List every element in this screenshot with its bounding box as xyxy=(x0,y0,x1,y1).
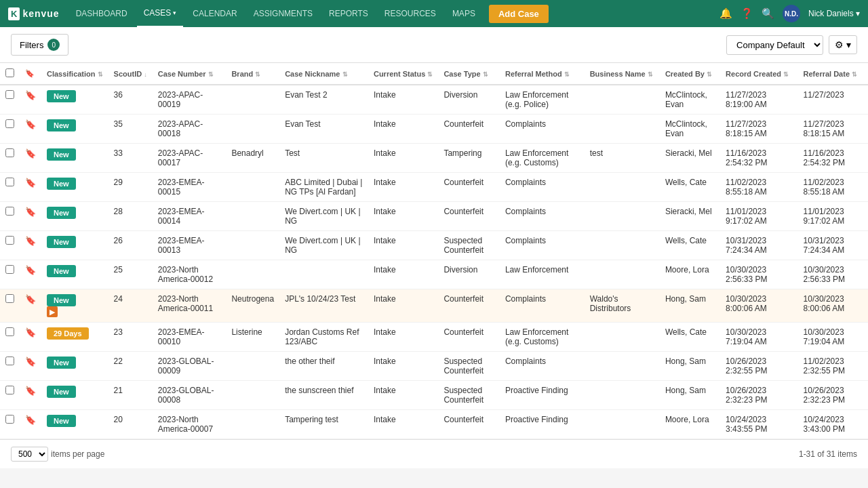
row-bookmark-cell: 🔖 xyxy=(20,352,41,381)
nav-maps[interactable]: MAPS xyxy=(446,0,482,27)
row-created-by: Hong, Sam xyxy=(660,352,720,381)
nav-dashboard[interactable]: DASHBOARD xyxy=(69,0,134,27)
row-checkbox[interactable] xyxy=(5,327,14,336)
row-referral-date: 10/31/2023 7:24:34 AM xyxy=(798,231,868,260)
col-brand[interactable]: Brand ⇅ xyxy=(226,63,279,85)
col-referral-date[interactable]: Referral Date ⇅ xyxy=(798,63,868,85)
case-nickname-sort-icon: ⇅ xyxy=(342,71,348,78)
row-business-name xyxy=(585,173,660,202)
help-icon[interactable]: ❓ xyxy=(741,7,753,20)
row-checkbox[interactable] xyxy=(5,119,14,128)
nav-reports[interactable]: REPORTS xyxy=(322,0,375,27)
bookmark-icon[interactable]: 🔖 xyxy=(25,415,36,425)
bookmark-icon[interactable]: 🔖 xyxy=(25,148,36,159)
row-checkbox[interactable] xyxy=(5,148,14,157)
row-checkbox-cell xyxy=(0,85,20,115)
status-badge: New xyxy=(47,415,76,427)
row-checkbox[interactable] xyxy=(5,386,14,394)
row-checkbox[interactable] xyxy=(5,178,14,186)
col-case-nickname[interactable]: Case Nickname ⇅ xyxy=(279,63,368,85)
bookmark-icon[interactable]: 🔖 xyxy=(25,207,36,217)
table-row: 🔖 New 36 2023-APAC-00019 Evan Test 2 Int… xyxy=(0,85,868,115)
row-referral-method: Law Enforcement xyxy=(500,260,585,289)
toolbar: Filters 0 Company Default ⚙ ▾ xyxy=(0,27,868,63)
row-business-name xyxy=(585,260,660,289)
col-case-number[interactable]: Case Number ⇅ xyxy=(153,63,226,85)
items-per-page-select[interactable]: 500 xyxy=(11,447,48,462)
col-classification[interactable]: Classification ⇅ xyxy=(41,63,108,85)
row-checkbox[interactable] xyxy=(5,90,14,99)
nav-cases[interactable]: CASES ▾ xyxy=(137,0,184,27)
row-brand xyxy=(226,231,279,260)
row-scout-id: 36 xyxy=(108,85,153,115)
settings-button[interactable]: ⚙ ▾ xyxy=(829,35,857,54)
row-classification: New xyxy=(41,410,108,439)
table-footer: 500 items per page 1-31 of 31 items xyxy=(0,439,868,468)
username-label[interactable]: Nick Daniels ▾ xyxy=(808,9,860,18)
row-checkbox[interactable] xyxy=(5,415,14,424)
bookmark-icon[interactable]: 🔖 xyxy=(25,90,36,100)
nav-resources[interactable]: RESOURCES xyxy=(378,0,443,27)
table-row: 🔖 New 21 2023-GLOBAL-00008 the sunscreen… xyxy=(0,381,868,410)
col-case-type[interactable]: Case Type ⇅ xyxy=(438,63,500,85)
row-checkbox-cell xyxy=(0,381,20,410)
row-referral-method: Complaints xyxy=(500,115,585,144)
col-current-status[interactable]: Current Status ⇅ xyxy=(368,63,438,85)
bookmark-icon[interactable]: 🔖 xyxy=(25,236,36,246)
company-select[interactable]: Company Default xyxy=(726,35,823,55)
bookmark-icon[interactable]: 🔖 xyxy=(25,357,36,367)
row-checkbox-cell xyxy=(0,410,20,439)
row-current-status: Intake xyxy=(368,231,438,260)
notification-icon[interactable]: 🔔 xyxy=(719,7,732,20)
row-checkbox[interactable] xyxy=(5,207,14,216)
row-checkbox[interactable] xyxy=(5,357,14,365)
bookmark-icon[interactable]: 🔖 xyxy=(25,327,36,338)
row-case-nickname: We Divert.com | UK | NG xyxy=(279,231,368,260)
bookmark-icon[interactable]: 🔖 xyxy=(25,178,36,188)
row-checkbox-cell xyxy=(0,173,20,202)
col-scout-id[interactable]: ScoutID ↓ xyxy=(108,63,153,85)
row-checkbox[interactable] xyxy=(5,294,14,303)
status-badge: New xyxy=(47,386,76,398)
toolbar-right: Company Default ⚙ ▾ xyxy=(726,35,857,55)
bookmark-icon[interactable]: 🔖 xyxy=(25,265,36,275)
logo[interactable]: K kenvue xyxy=(8,7,60,20)
row-bookmark-cell: 🔖 xyxy=(20,202,41,231)
row-checkbox[interactable] xyxy=(5,236,14,245)
row-brand xyxy=(226,352,279,381)
row-referral-method: Complaints xyxy=(500,202,585,231)
search-icon[interactable]: 🔍 xyxy=(762,7,774,20)
status-badge: New xyxy=(47,207,76,219)
status-badge: New xyxy=(47,265,76,277)
filters-button[interactable]: Filters 0 xyxy=(11,34,68,56)
bookmark-icon[interactable]: 🔖 xyxy=(25,294,36,304)
col-created-by[interactable]: Created By ⇅ xyxy=(660,63,720,85)
nav-calendar[interactable]: CALENDAR xyxy=(186,0,243,27)
bookmark-icon[interactable]: 🔖 xyxy=(25,386,36,396)
nav-assignments[interactable]: ASSIGNMENTS xyxy=(247,0,319,27)
row-case-number: 2023-APAC-00017 xyxy=(153,144,226,173)
case-type-sort-icon: ⇅ xyxy=(483,71,488,78)
row-case-type: Counterfeit xyxy=(438,323,500,352)
col-referral-method[interactable]: Referral Method ⇅ xyxy=(500,63,585,85)
row-referral-date: 11/02/2023 8:55:18 AM xyxy=(798,173,868,202)
referral-date-sort-icon: ⇅ xyxy=(852,71,857,78)
status-badge: New xyxy=(47,294,76,306)
row-record-created: 11/27/2023 8:19:00 AM xyxy=(720,85,797,115)
select-all-checkbox[interactable] xyxy=(5,68,14,77)
row-business-name xyxy=(585,352,660,381)
row-created-by: Sieracki, Mel xyxy=(660,202,720,231)
row-bookmark-cell: 🔖 xyxy=(20,410,41,439)
add-case-button[interactable]: Add Case xyxy=(489,5,549,23)
row-current-status: Intake xyxy=(368,410,438,439)
row-case-type: Suspected Counterfeit xyxy=(438,231,500,260)
row-case-nickname: Evan Test 2 xyxy=(279,85,368,115)
expand-button[interactable]: ▶ xyxy=(47,306,58,317)
row-checkbox-cell xyxy=(0,260,20,289)
col-record-created[interactable]: Record Created ⇅ xyxy=(720,63,797,85)
bookmark-icon[interactable]: 🔖 xyxy=(25,119,36,129)
col-business-name[interactable]: Business Name ⇅ xyxy=(585,63,660,85)
row-referral-date: 11/16/2023 2:54:32 PM xyxy=(798,144,868,173)
row-business-name xyxy=(585,85,660,115)
row-checkbox[interactable] xyxy=(5,265,14,274)
